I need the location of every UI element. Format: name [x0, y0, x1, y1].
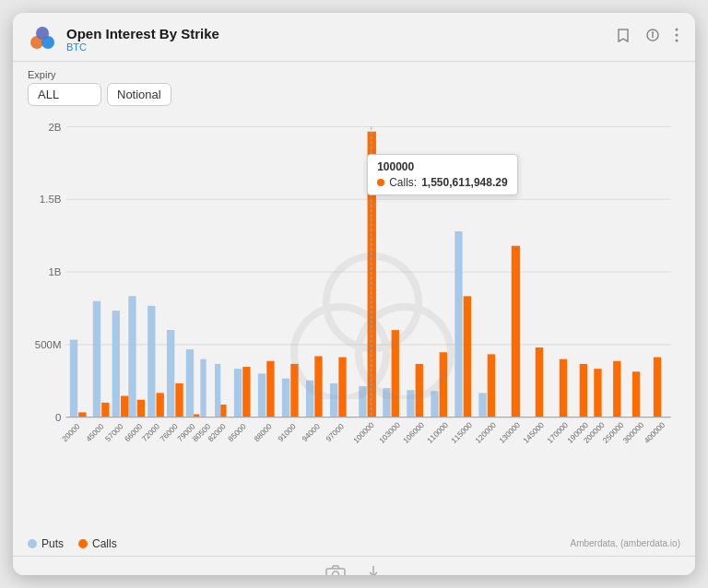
- svg-rect-32: [258, 373, 266, 417]
- window-subtitle: BTC: [66, 41, 219, 53]
- svg-rect-43: [101, 403, 109, 417]
- svg-text:82000: 82000: [206, 421, 228, 443]
- svg-rect-39: [431, 391, 438, 417]
- svg-text:88000: 88000: [252, 421, 274, 443]
- svg-rect-50: [242, 367, 250, 417]
- camera-button[interactable]: [325, 565, 346, 575]
- svg-rect-26: [148, 306, 155, 417]
- calls-label: Calls: [92, 537, 117, 550]
- info-button[interactable]: [643, 26, 662, 48]
- svg-rect-23: [93, 301, 100, 417]
- svg-rect-40: [454, 231, 462, 417]
- svg-rect-51: [266, 361, 274, 417]
- legend: Puts Calls: [28, 537, 117, 550]
- title-actions: [614, 26, 680, 48]
- svg-point-5: [653, 32, 654, 33]
- svg-rect-27: [167, 330, 174, 417]
- svg-text:76000: 76000: [158, 421, 180, 443]
- calls-dot: [78, 539, 88, 548]
- svg-point-8: [676, 40, 678, 42]
- svg-text:1.5B: 1.5B: [40, 194, 62, 205]
- svg-text:91000: 91000: [276, 421, 298, 443]
- svg-text:20000: 20000: [60, 421, 82, 443]
- svg-rect-28: [186, 349, 194, 417]
- svg-rect-66: [613, 361, 620, 417]
- svg-text:145000: 145000: [521, 420, 546, 445]
- svg-text:130000: 130000: [497, 420, 522, 445]
- svg-text:85000: 85000: [226, 421, 248, 443]
- svg-text:66000: 66000: [123, 421, 145, 443]
- main-window: Open Interest By Strike BTC: [13, 13, 695, 575]
- menu-button[interactable]: [673, 26, 680, 48]
- svg-point-6: [676, 29, 678, 31]
- svg-text:300000: 300000: [621, 420, 646, 445]
- svg-text:170000: 170000: [545, 420, 570, 445]
- svg-rect-56: [392, 330, 399, 417]
- svg-rect-29: [200, 359, 206, 417]
- expiry-section: Expiry Notional: [28, 69, 171, 106]
- svg-rect-25: [128, 296, 136, 417]
- window-title: Open Interest By Strike: [66, 26, 219, 41]
- title-text: Open Interest By Strike BTC: [66, 26, 219, 53]
- svg-point-100: [333, 571, 339, 575]
- svg-rect-41: [478, 393, 486, 417]
- chart-area: 2B 1.5B 1B 500M 0: [28, 117, 680, 534]
- svg-rect-68: [654, 358, 661, 417]
- svg-rect-64: [580, 364, 587, 417]
- svg-rect-36: [359, 386, 366, 417]
- svg-rect-65: [594, 369, 601, 417]
- svg-text:115000: 115000: [449, 420, 474, 445]
- controls-bar: Expiry Notional: [13, 62, 695, 113]
- svg-text:400000: 400000: [643, 420, 667, 445]
- svg-rect-61: [512, 246, 520, 417]
- svg-text:57000: 57000: [103, 421, 125, 443]
- svg-rect-31: [234, 369, 242, 417]
- chart-footer: Puts Calls Amberdata, (amberdata.io): [28, 534, 680, 556]
- svg-text:45000: 45000: [84, 421, 106, 443]
- svg-rect-44: [121, 396, 128, 417]
- bookmark-button[interactable]: [614, 26, 632, 48]
- svg-text:2B: 2B: [48, 122, 61, 133]
- svg-rect-53: [314, 356, 322, 417]
- svg-rect-22: [70, 340, 77, 417]
- svg-rect-59: [464, 296, 471, 417]
- chart-svg: 2B 1.5B 1B 500M 0: [28, 117, 680, 534]
- svg-rect-34: [306, 381, 313, 417]
- svg-rect-37: [383, 388, 390, 417]
- title-bar: Open Interest By Strike BTC: [13, 13, 695, 62]
- expiry-input[interactable]: [28, 83, 101, 106]
- footer-bar: [13, 556, 695, 575]
- svg-text:106000: 106000: [401, 420, 426, 445]
- svg-text:250000: 250000: [601, 420, 626, 445]
- download-button[interactable]: [364, 564, 383, 575]
- legend-calls: Calls: [78, 537, 117, 550]
- svg-text:94000: 94000: [300, 421, 322, 443]
- svg-rect-67: [632, 371, 640, 417]
- svg-rect-30: [215, 364, 220, 417]
- svg-rect-60: [488, 354, 495, 417]
- svg-text:97000: 97000: [324, 421, 346, 443]
- svg-rect-46: [157, 393, 164, 417]
- svg-rect-47: [175, 383, 183, 417]
- chart-container: 2B 1.5B 1B 500M 0: [13, 113, 695, 556]
- svg-rect-38: [407, 390, 414, 417]
- svg-text:120000: 120000: [473, 420, 498, 445]
- svg-text:110000: 110000: [425, 420, 450, 445]
- notional-button[interactable]: Notional: [107, 83, 171, 106]
- svg-point-2: [36, 27, 49, 40]
- svg-rect-57: [416, 364, 423, 417]
- expiry-label: Expiry: [28, 69, 170, 80]
- svg-rect-49: [220, 405, 226, 417]
- svg-text:0: 0: [55, 412, 61, 423]
- legend-puts: Puts: [28, 537, 64, 550]
- svg-rect-33: [282, 379, 289, 417]
- svg-rect-45: [137, 400, 145, 417]
- svg-rect-63: [560, 359, 567, 417]
- svg-text:500M: 500M: [35, 339, 62, 350]
- svg-rect-52: [290, 364, 298, 417]
- svg-rect-54: [338, 358, 346, 417]
- app-logo: [28, 24, 57, 53]
- svg-rect-42: [78, 412, 86, 417]
- svg-text:100000: 100000: [351, 420, 376, 445]
- svg-rect-62: [536, 347, 543, 417]
